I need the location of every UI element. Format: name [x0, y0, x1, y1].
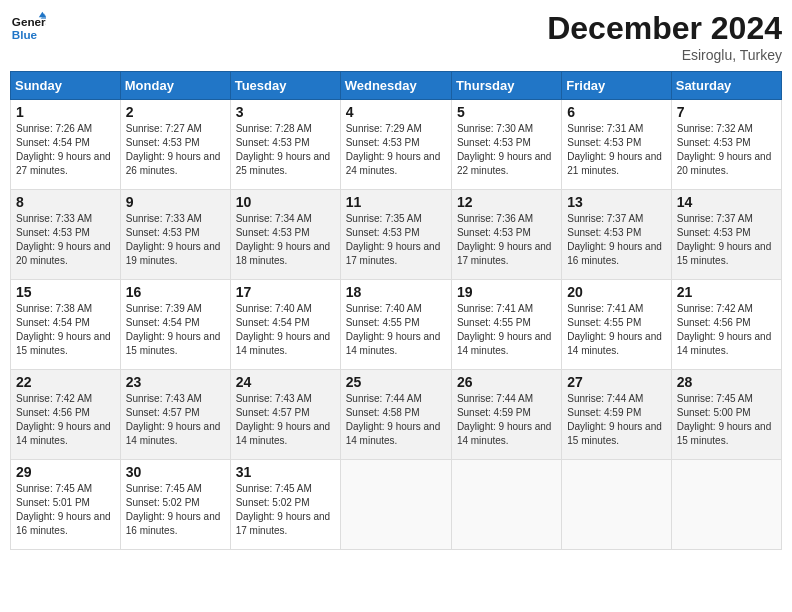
calendar-cell: 29Sunrise: 7:45 AMSunset: 5:01 PMDayligh… — [11, 460, 121, 550]
day-info: Sunrise: 7:35 AMSunset: 4:53 PMDaylight:… — [346, 212, 446, 268]
day-number: 29 — [16, 464, 115, 480]
calendar-cell: 11Sunrise: 7:35 AMSunset: 4:53 PMDayligh… — [340, 190, 451, 280]
calendar-table: SundayMondayTuesdayWednesdayThursdayFrid… — [10, 71, 782, 550]
calendar-cell: 16Sunrise: 7:39 AMSunset: 4:54 PMDayligh… — [120, 280, 230, 370]
logo: General Blue — [10, 10, 46, 46]
day-number: 28 — [677, 374, 776, 390]
day-number: 14 — [677, 194, 776, 210]
day-info: Sunrise: 7:40 AMSunset: 4:54 PMDaylight:… — [236, 302, 335, 358]
calendar-cell — [340, 460, 451, 550]
calendar-week-row: 29Sunrise: 7:45 AMSunset: 5:01 PMDayligh… — [11, 460, 782, 550]
logo-icon: General Blue — [10, 10, 46, 46]
calendar-cell: 24Sunrise: 7:43 AMSunset: 4:57 PMDayligh… — [230, 370, 340, 460]
calendar-week-row: 8Sunrise: 7:33 AMSunset: 4:53 PMDaylight… — [11, 190, 782, 280]
calendar-cell: 20Sunrise: 7:41 AMSunset: 4:55 PMDayligh… — [562, 280, 671, 370]
calendar-cell: 18Sunrise: 7:40 AMSunset: 4:55 PMDayligh… — [340, 280, 451, 370]
day-header-saturday: Saturday — [671, 72, 781, 100]
day-number: 23 — [126, 374, 225, 390]
day-info: Sunrise: 7:41 AMSunset: 4:55 PMDaylight:… — [567, 302, 665, 358]
day-info: Sunrise: 7:41 AMSunset: 4:55 PMDaylight:… — [457, 302, 556, 358]
day-number: 18 — [346, 284, 446, 300]
day-info: Sunrise: 7:39 AMSunset: 4:54 PMDaylight:… — [126, 302, 225, 358]
day-info: Sunrise: 7:29 AMSunset: 4:53 PMDaylight:… — [346, 122, 446, 178]
day-number: 31 — [236, 464, 335, 480]
calendar-cell: 3Sunrise: 7:28 AMSunset: 4:53 PMDaylight… — [230, 100, 340, 190]
day-header-monday: Monday — [120, 72, 230, 100]
day-info: Sunrise: 7:38 AMSunset: 4:54 PMDaylight:… — [16, 302, 115, 358]
day-info: Sunrise: 7:42 AMSunset: 4:56 PMDaylight:… — [677, 302, 776, 358]
day-number: 11 — [346, 194, 446, 210]
day-info: Sunrise: 7:43 AMSunset: 4:57 PMDaylight:… — [236, 392, 335, 448]
day-info: Sunrise: 7:34 AMSunset: 4:53 PMDaylight:… — [236, 212, 335, 268]
calendar-cell: 5Sunrise: 7:30 AMSunset: 4:53 PMDaylight… — [451, 100, 561, 190]
calendar-cell: 4Sunrise: 7:29 AMSunset: 4:53 PMDaylight… — [340, 100, 451, 190]
day-number: 9 — [126, 194, 225, 210]
day-info: Sunrise: 7:37 AMSunset: 4:53 PMDaylight:… — [567, 212, 665, 268]
day-header-friday: Friday — [562, 72, 671, 100]
day-number: 20 — [567, 284, 665, 300]
calendar-week-row: 1Sunrise: 7:26 AMSunset: 4:54 PMDaylight… — [11, 100, 782, 190]
day-info: Sunrise: 7:37 AMSunset: 4:53 PMDaylight:… — [677, 212, 776, 268]
calendar-cell: 28Sunrise: 7:45 AMSunset: 5:00 PMDayligh… — [671, 370, 781, 460]
day-info: Sunrise: 7:44 AMSunset: 4:58 PMDaylight:… — [346, 392, 446, 448]
calendar-cell: 7Sunrise: 7:32 AMSunset: 4:53 PMDaylight… — [671, 100, 781, 190]
calendar-cell: 10Sunrise: 7:34 AMSunset: 4:53 PMDayligh… — [230, 190, 340, 280]
day-info: Sunrise: 7:33 AMSunset: 4:53 PMDaylight:… — [16, 212, 115, 268]
day-number: 21 — [677, 284, 776, 300]
calendar-cell: 14Sunrise: 7:37 AMSunset: 4:53 PMDayligh… — [671, 190, 781, 280]
day-number: 24 — [236, 374, 335, 390]
day-info: Sunrise: 7:45 AMSunset: 5:02 PMDaylight:… — [236, 482, 335, 538]
calendar-cell: 2Sunrise: 7:27 AMSunset: 4:53 PMDaylight… — [120, 100, 230, 190]
calendar-cell: 15Sunrise: 7:38 AMSunset: 4:54 PMDayligh… — [11, 280, 121, 370]
day-number: 12 — [457, 194, 556, 210]
day-header-sunday: Sunday — [11, 72, 121, 100]
day-info: Sunrise: 7:33 AMSunset: 4:53 PMDaylight:… — [126, 212, 225, 268]
day-info: Sunrise: 7:45 AMSunset: 5:02 PMDaylight:… — [126, 482, 225, 538]
calendar-cell: 23Sunrise: 7:43 AMSunset: 4:57 PMDayligh… — [120, 370, 230, 460]
day-info: Sunrise: 7:43 AMSunset: 4:57 PMDaylight:… — [126, 392, 225, 448]
calendar-week-row: 22Sunrise: 7:42 AMSunset: 4:56 PMDayligh… — [11, 370, 782, 460]
page-header: General Blue December 2024 Esiroglu, Tur… — [10, 10, 782, 63]
day-header-tuesday: Tuesday — [230, 72, 340, 100]
day-info: Sunrise: 7:26 AMSunset: 4:54 PMDaylight:… — [16, 122, 115, 178]
day-number: 8 — [16, 194, 115, 210]
calendar-cell — [671, 460, 781, 550]
day-number: 16 — [126, 284, 225, 300]
day-info: Sunrise: 7:45 AMSunset: 5:00 PMDaylight:… — [677, 392, 776, 448]
day-number: 6 — [567, 104, 665, 120]
calendar-cell: 31Sunrise: 7:45 AMSunset: 5:02 PMDayligh… — [230, 460, 340, 550]
day-header-wednesday: Wednesday — [340, 72, 451, 100]
day-number: 3 — [236, 104, 335, 120]
calendar-cell — [562, 460, 671, 550]
calendar-cell: 8Sunrise: 7:33 AMSunset: 4:53 PMDaylight… — [11, 190, 121, 280]
title-block: December 2024 Esiroglu, Turkey — [547, 10, 782, 63]
day-info: Sunrise: 7:36 AMSunset: 4:53 PMDaylight:… — [457, 212, 556, 268]
day-number: 17 — [236, 284, 335, 300]
calendar-cell: 12Sunrise: 7:36 AMSunset: 4:53 PMDayligh… — [451, 190, 561, 280]
day-info: Sunrise: 7:30 AMSunset: 4:53 PMDaylight:… — [457, 122, 556, 178]
calendar-week-row: 15Sunrise: 7:38 AMSunset: 4:54 PMDayligh… — [11, 280, 782, 370]
day-info: Sunrise: 7:31 AMSunset: 4:53 PMDaylight:… — [567, 122, 665, 178]
calendar-cell: 30Sunrise: 7:45 AMSunset: 5:02 PMDayligh… — [120, 460, 230, 550]
calendar-cell: 21Sunrise: 7:42 AMSunset: 4:56 PMDayligh… — [671, 280, 781, 370]
day-info: Sunrise: 7:44 AMSunset: 4:59 PMDaylight:… — [567, 392, 665, 448]
calendar-cell: 17Sunrise: 7:40 AMSunset: 4:54 PMDayligh… — [230, 280, 340, 370]
calendar-cell — [451, 460, 561, 550]
calendar-cell: 27Sunrise: 7:44 AMSunset: 4:59 PMDayligh… — [562, 370, 671, 460]
calendar-cell: 19Sunrise: 7:41 AMSunset: 4:55 PMDayligh… — [451, 280, 561, 370]
calendar-cell: 25Sunrise: 7:44 AMSunset: 4:58 PMDayligh… — [340, 370, 451, 460]
day-number: 10 — [236, 194, 335, 210]
calendar-cell: 26Sunrise: 7:44 AMSunset: 4:59 PMDayligh… — [451, 370, 561, 460]
day-number: 22 — [16, 374, 115, 390]
day-number: 27 — [567, 374, 665, 390]
day-number: 26 — [457, 374, 556, 390]
day-number: 15 — [16, 284, 115, 300]
calendar-cell: 22Sunrise: 7:42 AMSunset: 4:56 PMDayligh… — [11, 370, 121, 460]
day-number: 2 — [126, 104, 225, 120]
day-number: 30 — [126, 464, 225, 480]
day-number: 1 — [16, 104, 115, 120]
calendar-cell: 9Sunrise: 7:33 AMSunset: 4:53 PMDaylight… — [120, 190, 230, 280]
calendar-cell: 6Sunrise: 7:31 AMSunset: 4:53 PMDaylight… — [562, 100, 671, 190]
day-info: Sunrise: 7:42 AMSunset: 4:56 PMDaylight:… — [16, 392, 115, 448]
day-info: Sunrise: 7:27 AMSunset: 4:53 PMDaylight:… — [126, 122, 225, 178]
